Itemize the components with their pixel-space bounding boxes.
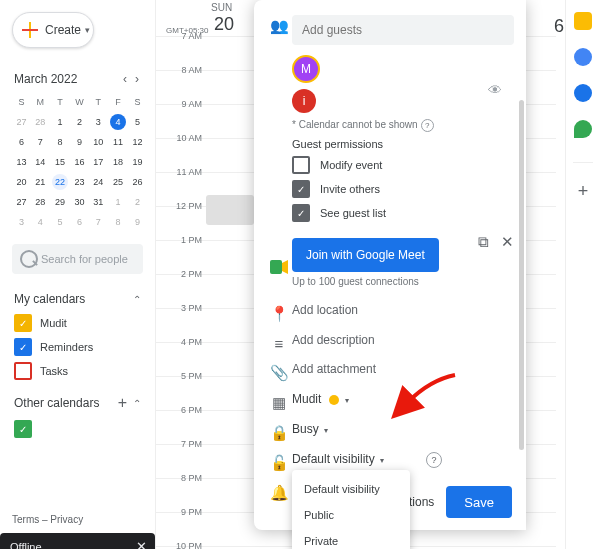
contacts-icon[interactable] bbox=[574, 84, 592, 102]
calendar-item[interactable]: Tasks bbox=[14, 362, 141, 380]
search-people-input[interactable]: Search for people bbox=[12, 244, 143, 274]
next-month-button[interactable]: › bbox=[133, 70, 141, 88]
mini-day[interactable]: 24 bbox=[89, 172, 108, 192]
mini-day[interactable]: 20 bbox=[12, 172, 31, 192]
mini-day[interactable]: 29 bbox=[50, 192, 70, 212]
calendar-checkbox[interactable] bbox=[14, 338, 32, 356]
footer-links: Terms – Privacy bbox=[12, 514, 83, 525]
mini-day[interactable]: 13 bbox=[12, 152, 31, 172]
calendar-checkbox[interactable] bbox=[14, 420, 32, 438]
panel-scrollbar[interactable] bbox=[519, 100, 524, 450]
calendar-checkbox[interactable] bbox=[14, 314, 32, 332]
guest-permission-row[interactable]: Modify event bbox=[292, 156, 514, 174]
permission-checkbox[interactable] bbox=[292, 156, 310, 174]
mini-day[interactable]: 3 bbox=[12, 212, 31, 232]
add-location-button[interactable]: Add location bbox=[292, 303, 358, 317]
visibility-help-icon[interactable]: ? bbox=[426, 452, 442, 468]
join-meet-button[interactable]: Join with Google Meet bbox=[292, 238, 439, 272]
mini-day[interactable]: 8 bbox=[108, 212, 128, 232]
mini-day[interactable]: 4 bbox=[108, 112, 128, 132]
mini-day[interactable]: 28 bbox=[31, 112, 50, 132]
event-block[interactable] bbox=[206, 195, 254, 225]
visibility-option[interactable]: Default visibility bbox=[292, 476, 410, 502]
keep-icon[interactable] bbox=[574, 12, 592, 30]
calendar-select[interactable]: Mudit bbox=[292, 392, 321, 406]
offline-banner: Offline ✕ bbox=[0, 533, 155, 549]
calendar-note: * Calendar cannot be shown? bbox=[292, 119, 514, 132]
mini-day[interactable]: 6 bbox=[12, 132, 31, 152]
privacy-link[interactable]: Privacy bbox=[50, 514, 83, 525]
notification-icon: 🔔 bbox=[266, 482, 292, 502]
terms-link[interactable]: Terms bbox=[12, 514, 39, 525]
addons-button[interactable]: + bbox=[578, 181, 589, 202]
close-offline-button[interactable]: ✕ bbox=[136, 539, 147, 549]
location-icon: 📍 bbox=[266, 303, 292, 323]
mini-day[interactable]: 14 bbox=[31, 152, 50, 172]
mini-day[interactable]: 4 bbox=[31, 212, 50, 232]
mini-day[interactable]: 6 bbox=[70, 212, 89, 232]
mini-day[interactable]: 23 bbox=[70, 172, 89, 192]
mini-day[interactable]: 10 bbox=[89, 132, 108, 152]
side-rail: + bbox=[565, 0, 600, 549]
mini-day[interactable]: 8 bbox=[50, 132, 70, 152]
hour-label: 6 PM bbox=[162, 405, 202, 415]
permission-checkbox[interactable] bbox=[292, 180, 310, 198]
mini-day[interactable]: 18 bbox=[108, 152, 128, 172]
mini-day[interactable]: 26 bbox=[128, 172, 147, 192]
add-calendar-button[interactable]: + bbox=[118, 394, 127, 412]
mini-day[interactable]: 17 bbox=[89, 152, 108, 172]
calendar-checkbox[interactable] bbox=[14, 362, 32, 380]
mini-day[interactable]: 28 bbox=[31, 192, 50, 212]
collapse-mycal-button[interactable]: ⌃ bbox=[133, 294, 141, 305]
collapse-othercal-button[interactable]: ⌃ bbox=[133, 398, 141, 409]
calendar-item[interactable]: Reminders bbox=[14, 338, 141, 356]
mini-day[interactable]: 2 bbox=[70, 112, 89, 132]
calendar-item[interactable]: Mudit bbox=[14, 314, 141, 332]
remove-meet-button[interactable]: ✕ bbox=[501, 233, 514, 251]
guest-avatar[interactable]: i bbox=[292, 89, 316, 113]
mini-day[interactable]: 30 bbox=[70, 192, 89, 212]
mini-day[interactable]: 19 bbox=[128, 152, 147, 172]
mini-day[interactable]: 22 bbox=[50, 172, 70, 192]
prev-month-button[interactable]: ‹ bbox=[121, 70, 129, 88]
mini-day[interactable]: 11 bbox=[108, 132, 128, 152]
mini-day[interactable]: 9 bbox=[128, 212, 147, 232]
maps-icon[interactable] bbox=[574, 120, 592, 138]
mini-day[interactable]: 1 bbox=[108, 192, 128, 212]
mini-day[interactable]: 15 bbox=[50, 152, 70, 172]
visibility-option[interactable]: Private bbox=[292, 528, 410, 549]
create-button[interactable]: Create ▾ bbox=[12, 12, 94, 48]
tasks-icon[interactable] bbox=[574, 48, 592, 66]
permission-checkbox[interactable] bbox=[292, 204, 310, 222]
mini-day[interactable]: 21 bbox=[31, 172, 50, 192]
copy-link-button[interactable]: ⧉ bbox=[478, 233, 489, 251]
mini-day[interactable]: 25 bbox=[108, 172, 128, 192]
mini-day[interactable]: 9 bbox=[70, 132, 89, 152]
guest-permission-row[interactable]: See guest list bbox=[292, 204, 514, 222]
mini-day[interactable]: 1 bbox=[50, 112, 70, 132]
my-calendars-title: My calendars bbox=[14, 292, 85, 306]
mini-day[interactable]: 7 bbox=[31, 132, 50, 152]
add-attachment-button[interactable]: Add attachment bbox=[292, 362, 376, 376]
mini-day[interactable]: 7 bbox=[89, 212, 108, 232]
availability-select[interactable]: Busy ▾ bbox=[292, 422, 328, 436]
guest-avatar[interactable]: M bbox=[292, 55, 320, 83]
mini-day[interactable]: 5 bbox=[128, 112, 147, 132]
visibility-select[interactable]: Default visibility ▾ bbox=[292, 452, 384, 466]
mini-day[interactable]: 16 bbox=[70, 152, 89, 172]
visibility-eye-icon[interactable]: 👁 bbox=[488, 82, 502, 98]
mini-day[interactable]: 12 bbox=[128, 132, 147, 152]
mini-day[interactable]: 27 bbox=[12, 192, 31, 212]
visibility-option[interactable]: Public bbox=[292, 502, 410, 528]
weekday-header: S bbox=[12, 92, 31, 112]
calendar-item[interactable] bbox=[14, 420, 141, 438]
add-description-button[interactable]: Add description bbox=[292, 333, 375, 347]
mini-day[interactable]: 31 bbox=[89, 192, 108, 212]
mini-day[interactable]: 5 bbox=[50, 212, 70, 232]
guest-permission-row[interactable]: Invite others bbox=[292, 180, 514, 198]
save-button[interactable]: Save bbox=[446, 486, 512, 518]
mini-day[interactable]: 2 bbox=[128, 192, 147, 212]
mini-day[interactable]: 3 bbox=[89, 112, 108, 132]
mini-day[interactable]: 27 bbox=[12, 112, 31, 132]
add-guests-input[interactable] bbox=[292, 15, 514, 45]
